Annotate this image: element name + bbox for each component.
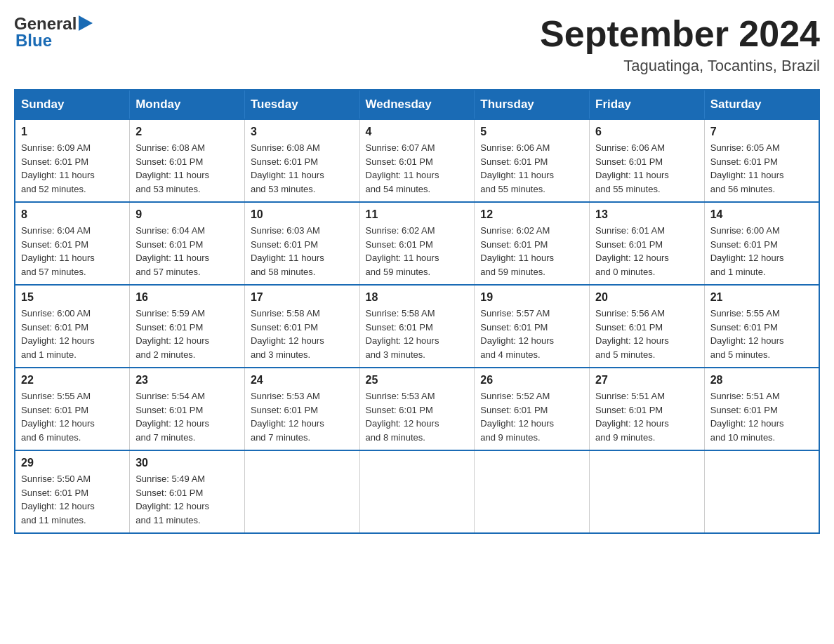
day-number: 11 [366, 208, 469, 221]
week-row-2: 8Sunrise: 6:04 AM Sunset: 6:01 PM Daylig… [15, 202, 819, 285]
day-cell [359, 450, 475, 533]
day-cell [590, 450, 705, 533]
day-info: Sunrise: 6:09 AM Sunset: 6:01 PM Dayligh… [21, 141, 124, 196]
day-info: Sunrise: 5:52 AM Sunset: 6:01 PM Dayligh… [480, 389, 583, 444]
day-number: 16 [135, 291, 239, 304]
day-number: 9 [135, 208, 239, 221]
day-cell: 11Sunrise: 6:02 AM Sunset: 6:01 PM Dayli… [359, 202, 475, 285]
header-saturday: Saturday [704, 90, 819, 119]
header-tuesday: Tuesday [244, 90, 359, 119]
day-cell: 10Sunrise: 6:03 AM Sunset: 6:01 PM Dayli… [244, 202, 359, 285]
day-info: Sunrise: 5:57 AM Sunset: 6:01 PM Dayligh… [480, 307, 583, 361]
day-cell: 12Sunrise: 6:02 AM Sunset: 6:01 PM Dayli… [475, 202, 590, 285]
day-cell: 14Sunrise: 6:00 AM Sunset: 6:01 PM Dayli… [704, 202, 819, 285]
day-number: 18 [366, 291, 469, 304]
day-number: 24 [251, 374, 354, 387]
day-info: Sunrise: 6:01 AM Sunset: 6:01 PM Dayligh… [595, 224, 699, 279]
day-cell [704, 450, 819, 533]
day-number: 26 [480, 374, 583, 387]
day-number: 28 [710, 374, 813, 387]
day-info: Sunrise: 5:51 AM Sunset: 6:01 PM Dayligh… [595, 389, 699, 444]
day-cell: 16Sunrise: 5:59 AM Sunset: 6:01 PM Dayli… [130, 285, 245, 368]
day-info: Sunrise: 5:49 AM Sunset: 6:01 PM Dayligh… [135, 472, 239, 527]
day-info: Sunrise: 6:06 AM Sunset: 6:01 PM Dayligh… [480, 141, 583, 196]
svg-marker-0 [79, 15, 93, 31]
week-row-3: 15Sunrise: 6:00 AM Sunset: 6:01 PM Dayli… [15, 285, 819, 368]
day-info: Sunrise: 5:50 AM Sunset: 6:01 PM Dayligh… [21, 472, 124, 527]
day-number: 6 [595, 126, 699, 138]
day-info: Sunrise: 5:58 AM Sunset: 6:01 PM Dayligh… [366, 307, 469, 361]
day-info: Sunrise: 5:55 AM Sunset: 6:01 PM Dayligh… [710, 307, 813, 361]
day-info: Sunrise: 5:55 AM Sunset: 6:01 PM Dayligh… [21, 389, 124, 444]
day-cell: 28Sunrise: 5:51 AM Sunset: 6:01 PM Dayli… [704, 368, 819, 450]
day-number: 10 [251, 208, 354, 221]
day-info: Sunrise: 5:51 AM Sunset: 6:01 PM Dayligh… [710, 389, 813, 444]
day-number: 23 [135, 374, 239, 387]
day-cell: 17Sunrise: 5:58 AM Sunset: 6:01 PM Dayli… [244, 285, 359, 368]
day-number: 20 [595, 291, 699, 304]
calendar-header-row: SundayMondayTuesdayWednesdayThursdayFrid… [15, 90, 819, 119]
logo: General Blue [14, 14, 93, 51]
day-info: Sunrise: 5:58 AM Sunset: 6:01 PM Dayligh… [251, 307, 354, 361]
day-cell: 26Sunrise: 5:52 AM Sunset: 6:01 PM Dayli… [475, 368, 590, 450]
day-info: Sunrise: 5:53 AM Sunset: 6:01 PM Dayligh… [251, 389, 354, 444]
day-info: Sunrise: 5:54 AM Sunset: 6:01 PM Dayligh… [135, 389, 239, 444]
day-number: 19 [480, 291, 583, 304]
week-row-4: 22Sunrise: 5:55 AM Sunset: 6:01 PM Dayli… [15, 368, 819, 450]
title-block: September 2024 Taguatinga, Tocantins, Br… [540, 14, 820, 75]
day-number: 22 [21, 374, 124, 387]
day-info: Sunrise: 6:04 AM Sunset: 6:01 PM Dayligh… [21, 224, 124, 279]
day-cell: 29Sunrise: 5:50 AM Sunset: 6:01 PM Dayli… [15, 450, 130, 533]
day-number: 8 [21, 208, 124, 221]
day-number: 14 [710, 208, 813, 221]
week-row-5: 29Sunrise: 5:50 AM Sunset: 6:01 PM Dayli… [15, 450, 819, 533]
day-number: 30 [135, 457, 239, 469]
calendar-subtitle: Taguatinga, Tocantins, Brazil [540, 57, 820, 75]
calendar-title: September 2024 [540, 14, 820, 54]
day-number: 13 [595, 208, 699, 221]
day-cell: 25Sunrise: 5:53 AM Sunset: 6:01 PM Dayli… [359, 368, 475, 450]
day-cell: 8Sunrise: 6:04 AM Sunset: 6:01 PM Daylig… [15, 202, 130, 285]
day-info: Sunrise: 6:03 AM Sunset: 6:01 PM Dayligh… [251, 224, 354, 279]
week-row-1: 1Sunrise: 6:09 AM Sunset: 6:01 PM Daylig… [15, 119, 819, 202]
day-number: 5 [480, 126, 583, 138]
day-info: Sunrise: 6:08 AM Sunset: 6:01 PM Dayligh… [135, 141, 239, 196]
header-thursday: Thursday [475, 90, 590, 119]
day-info: Sunrise: 6:02 AM Sunset: 6:01 PM Dayligh… [480, 224, 583, 279]
calendar-table: SundayMondayTuesdayWednesdayThursdayFrid… [14, 89, 820, 534]
day-number: 2 [135, 126, 239, 138]
page-header: General Blue September 2024 Taguatinga, … [14, 14, 820, 75]
logo-triangle-icon [79, 15, 93, 31]
header-friday: Friday [590, 90, 705, 119]
day-number: 27 [595, 374, 699, 387]
day-cell: 21Sunrise: 5:55 AM Sunset: 6:01 PM Dayli… [704, 285, 819, 368]
day-cell: 18Sunrise: 5:58 AM Sunset: 6:01 PM Dayli… [359, 285, 475, 368]
day-number: 21 [710, 291, 813, 304]
day-cell: 9Sunrise: 6:04 AM Sunset: 6:01 PM Daylig… [130, 202, 245, 285]
day-info: Sunrise: 6:04 AM Sunset: 6:01 PM Dayligh… [135, 224, 239, 279]
day-info: Sunrise: 6:07 AM Sunset: 6:01 PM Dayligh… [366, 141, 469, 196]
day-number: 3 [251, 126, 354, 138]
day-cell: 24Sunrise: 5:53 AM Sunset: 6:01 PM Dayli… [244, 368, 359, 450]
day-cell: 6Sunrise: 6:06 AM Sunset: 6:01 PM Daylig… [590, 119, 705, 202]
day-cell: 3Sunrise: 6:08 AM Sunset: 6:01 PM Daylig… [244, 119, 359, 202]
day-cell: 20Sunrise: 5:56 AM Sunset: 6:01 PM Dayli… [590, 285, 705, 368]
day-cell: 30Sunrise: 5:49 AM Sunset: 6:01 PM Dayli… [130, 450, 245, 533]
day-cell [475, 450, 590, 533]
day-number: 15 [21, 291, 124, 304]
day-number: 1 [21, 126, 124, 138]
day-info: Sunrise: 6:06 AM Sunset: 6:01 PM Dayligh… [595, 141, 699, 196]
day-cell: 22Sunrise: 5:55 AM Sunset: 6:01 PM Dayli… [15, 368, 130, 450]
day-cell: 7Sunrise: 6:05 AM Sunset: 6:01 PM Daylig… [704, 119, 819, 202]
day-number: 17 [251, 291, 354, 304]
day-cell: 2Sunrise: 6:08 AM Sunset: 6:01 PM Daylig… [130, 119, 245, 202]
day-number: 12 [480, 208, 583, 221]
day-cell: 19Sunrise: 5:57 AM Sunset: 6:01 PM Dayli… [475, 285, 590, 368]
day-number: 7 [710, 126, 813, 138]
day-info: Sunrise: 6:05 AM Sunset: 6:01 PM Dayligh… [710, 141, 813, 196]
day-cell: 5Sunrise: 6:06 AM Sunset: 6:01 PM Daylig… [475, 119, 590, 202]
day-info: Sunrise: 6:00 AM Sunset: 6:01 PM Dayligh… [710, 224, 813, 279]
day-number: 29 [21, 457, 124, 469]
day-info: Sunrise: 5:59 AM Sunset: 6:01 PM Dayligh… [135, 307, 239, 361]
day-info: Sunrise: 5:56 AM Sunset: 6:01 PM Dayligh… [595, 307, 699, 361]
